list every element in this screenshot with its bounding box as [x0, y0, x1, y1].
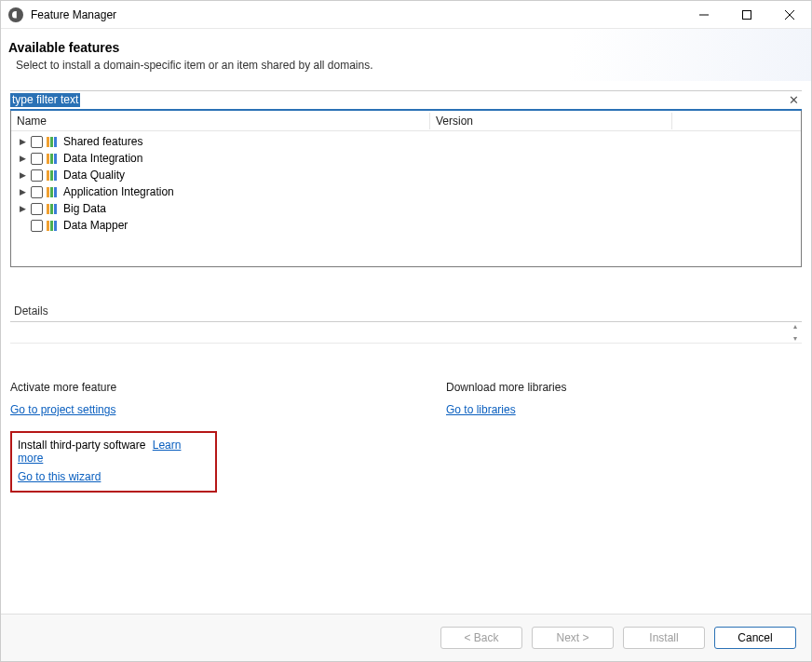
libraries-link[interactable]: Go to libraries	[446, 403, 516, 416]
clear-filter-icon[interactable]: ✕	[785, 93, 802, 107]
feature-label: Data Mapper	[63, 219, 128, 232]
details-box: ▴▾	[10, 321, 802, 344]
window-title: Feature Manager	[31, 8, 116, 21]
project-settings-link[interactable]: Go to project settings	[10, 403, 115, 416]
dialog-header: Available features Select to install a d…	[1, 29, 811, 81]
back-button[interactable]: < Back	[440, 627, 522, 649]
feature-checkbox[interactable]	[31, 153, 43, 165]
feature-checkbox[interactable]	[31, 203, 43, 215]
col-version[interactable]: Version	[430, 113, 672, 129]
tree-header: Name Version	[11, 111, 801, 131]
app-icon	[8, 7, 23, 22]
next-button[interactable]: Next >	[532, 627, 614, 649]
tree-row[interactable]: ▶Big Data	[11, 200, 801, 217]
title-bar: Feature Manager	[1, 1, 811, 29]
feature-label: Shared features	[63, 135, 142, 148]
page-subtitle: Select to install a domain-specific item…	[8, 59, 802, 72]
feature-checkbox[interactable]	[31, 169, 43, 182]
filter-input[interactable]: type filter text	[10, 91, 785, 109]
maximize-button[interactable]	[725, 1, 768, 29]
feature-icon	[47, 204, 60, 214]
feature-checkbox[interactable]	[31, 220, 43, 232]
tree-row[interactable]: ▶Application Integration	[11, 183, 801, 200]
col-spacer	[672, 119, 801, 123]
details-scrollbar[interactable]: ▴▾	[789, 322, 802, 343]
svg-rect-1	[743, 10, 751, 19]
tree-row[interactable]: ▶Data Integration	[11, 150, 801, 167]
minimize-button[interactable]	[683, 1, 725, 29]
activate-heading: Activate more feature	[10, 381, 390, 394]
feature-icon	[47, 154, 60, 164]
feature-label: Application Integration	[63, 185, 174, 198]
install-button[interactable]: Install	[623, 627, 705, 649]
expand-icon[interactable]: ▶	[19, 205, 27, 213]
expand-icon[interactable]: ▶	[19, 138, 27, 146]
feature-icon	[47, 170, 60, 181]
tree-row[interactable]: ▶Shared features	[11, 133, 801, 150]
details-text[interactable]	[10, 322, 789, 343]
expand-icon[interactable]: ▶	[19, 188, 27, 196]
feature-icon	[47, 187, 60, 197]
col-name[interactable]: Name	[11, 113, 430, 129]
download-heading: Download more libraries	[446, 381, 812, 394]
close-button[interactable]	[768, 1, 811, 29]
feature-checkbox[interactable]	[31, 186, 43, 198]
filter-placeholder: type filter text	[10, 93, 80, 107]
feature-icon	[47, 137, 60, 147]
page-title: Available features	[8, 40, 802, 55]
tree-row[interactable]: Data Mapper	[11, 217, 801, 234]
dialog-footer: < Back Next > Install Cancel	[1, 615, 811, 661]
third-party-label: Install third-party software	[18, 439, 145, 452]
feature-checkbox[interactable]	[31, 136, 43, 148]
third-party-highlight: Install third-party software Learn more …	[10, 431, 217, 493]
feature-label: Data Quality	[63, 169, 125, 182]
expand-icon[interactable]: ▶	[19, 155, 27, 163]
wizard-link[interactable]: Go to this wizard	[18, 470, 101, 483]
cancel-button[interactable]: Cancel	[714, 627, 796, 649]
feature-label: Data Integration	[63, 152, 142, 165]
feature-icon	[47, 221, 60, 231]
expand-icon[interactable]: ▶	[19, 171, 27, 180]
feature-label: Big Data	[63, 202, 106, 215]
filter-container: type filter text ✕	[10, 90, 802, 111]
tree-row[interactable]: ▶Data Quality	[11, 167, 801, 183]
details-label: Details	[10, 304, 802, 317]
feature-tree: Name Version ▶Shared features▶Data Integ…	[10, 111, 802, 267]
